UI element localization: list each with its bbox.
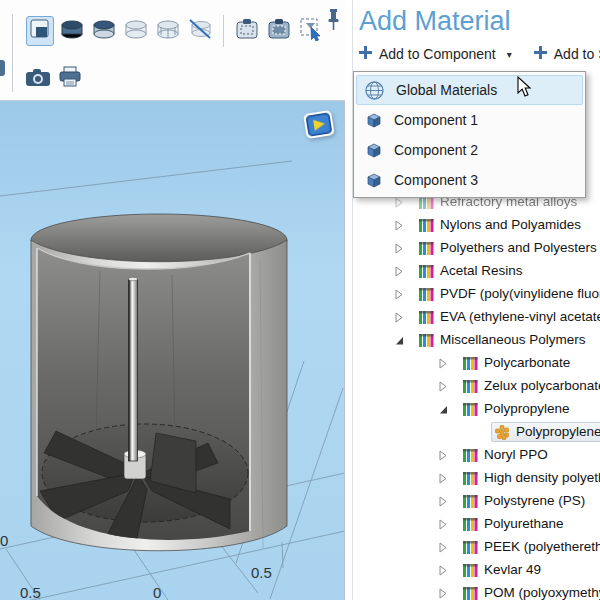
- collapse-toggle-icon[interactable]: [437, 493, 451, 509]
- tree-row[interactable]: Polystyrene (PS): [353, 489, 600, 512]
- pin-icon[interactable]: [327, 8, 340, 36]
- menu-item-label: Global Materials: [396, 82, 497, 98]
- tree-row-label: Polypropylene: [516, 424, 600, 439]
- image-dashed-icon: [235, 18, 259, 44]
- menu-item-component-3[interactable]: Component 3: [356, 165, 583, 195]
- image-export-button[interactable]: [265, 16, 293, 46]
- cylinder-half-icon: [92, 19, 116, 43]
- material-group-icon: [418, 240, 434, 256]
- tree-row[interactable]: Polypropylene: [353, 397, 600, 420]
- graphics-view[interactable]: 00.500.5: [0, 100, 345, 600]
- tree-row[interactable]: EVA (ethylene-vinyl acetate): [353, 305, 600, 328]
- cylinder-slash-icon: [188, 18, 212, 44]
- tree-row-label: Kevlar 49: [484, 562, 541, 577]
- collapse-toggle-icon[interactable]: [437, 355, 451, 371]
- tree-row-label: PVDF (poly(vinylidene fluoride)): [440, 286, 600, 301]
- cylinder-dark-icon: [60, 19, 84, 43]
- mouse-cursor-icon: [517, 76, 534, 103]
- 3d-mixer-model[interactable]: [0, 101, 345, 600]
- toolbar-separator: [223, 15, 224, 47]
- collapse-toggle-icon[interactable]: [393, 263, 407, 279]
- tree-row-label: EVA (ethylene-vinyl acetate): [440, 309, 600, 324]
- tree-row[interactable]: Polyurethane: [353, 512, 600, 535]
- add-to-selection-button[interactable]: Add to Selection: [534, 46, 600, 62]
- tree-row-label: High density polyethylene: [484, 470, 600, 485]
- tree-row-label: Zelux polycarbonate: [484, 378, 600, 393]
- toolbar-row-2: [24, 64, 84, 94]
- add-to-component-button[interactable]: Add to Component▾: [359, 46, 512, 62]
- menu-item-label: Component 2: [394, 142, 478, 158]
- tree-row[interactable]: Acetal Resins: [353, 259, 600, 282]
- component-dropdown-menu: Global MaterialsComponent 1Component 2Co…: [353, 71, 586, 198]
- collapse-toggle-icon[interactable]: [437, 562, 451, 578]
- menu-item-component-2[interactable]: Component 2: [356, 135, 583, 165]
- tree-row[interactable]: Noryl PPO: [353, 443, 600, 466]
- tree-row-label: Nylons and Polyamides: [440, 217, 581, 232]
- component-cube-icon: [365, 112, 382, 129]
- collapse-toggle-icon[interactable]: [393, 332, 407, 348]
- collapse-toggle-icon[interactable]: [437, 470, 451, 486]
- material-group-icon: [418, 309, 434, 325]
- material-group-icon: [462, 539, 478, 555]
- render-shaded-button[interactable]: [90, 16, 118, 46]
- collapse-toggle-icon[interactable]: [393, 217, 407, 233]
- material-group-icon: [462, 562, 478, 578]
- menu-item-label: Component 3: [394, 172, 478, 188]
- zoom-box-button[interactable]: [233, 16, 261, 46]
- tree-row[interactable]: POM (polyoxymethylene): [353, 581, 600, 600]
- material-group-icon: [462, 447, 478, 463]
- render-none-button[interactable]: [186, 16, 214, 46]
- tree-row[interactable]: Miscellaneous Polymers: [353, 328, 600, 351]
- print-button[interactable]: [56, 64, 84, 94]
- render-wireframe-button[interactable]: [122, 16, 150, 46]
- axis-tick-label: 0.5: [20, 584, 41, 600]
- tree-row[interactable]: Nylons and Polyamides: [353, 213, 600, 236]
- menu-item-global-materials[interactable]: Global Materials: [356, 75, 583, 105]
- collapse-toggle-icon[interactable]: [437, 378, 451, 394]
- camera-icon: [25, 67, 51, 91]
- material-group-icon: [462, 493, 478, 509]
- tree-row[interactable]: Polypropylene: [353, 420, 600, 443]
- render-solid-button[interactable]: [58, 16, 86, 46]
- material-group-icon: [418, 332, 434, 348]
- cylinder-wire-icon: [156, 19, 180, 43]
- menu-item-component-1[interactable]: Component 1: [356, 105, 583, 135]
- collapse-toggle-icon[interactable]: [437, 539, 451, 555]
- material-tree: Refractory metal alloysNylons and Polyam…: [353, 190, 600, 600]
- action-button-row: Add to Component▾Add to Selection: [359, 46, 600, 62]
- tree-row-label: Noryl PPO: [484, 447, 548, 462]
- tree-row[interactable]: PEEK (polyetheretherketone): [353, 535, 600, 558]
- component-cube-icon: [365, 172, 382, 189]
- collapse-toggle-icon[interactable]: [437, 516, 451, 532]
- clipped-toolbar-icon: [0, 60, 5, 76]
- collapse-toggle-icon[interactable]: [393, 240, 407, 256]
- toolbar-row-1: [26, 15, 325, 47]
- material-icon: [494, 424, 510, 440]
- axis-tick-label: 0: [0, 532, 8, 549]
- tree-row[interactable]: Kevlar 49: [353, 558, 600, 581]
- render-edges-button[interactable]: [154, 16, 182, 46]
- globe-icon: [365, 81, 384, 100]
- tree-row[interactable]: Zelux polycarbonate: [353, 374, 600, 397]
- collapse-toggle-icon[interactable]: [393, 309, 407, 325]
- tree-row-label: POM (polyoxymethylene): [484, 585, 600, 600]
- impeller-shaft: [129, 279, 138, 461]
- collapse-toggle-icon[interactable]: [437, 401, 451, 417]
- tree-row-label: Polypropylene: [484, 401, 570, 416]
- tree-row[interactable]: High density polyethylene: [353, 466, 600, 489]
- material-group-icon: [418, 286, 434, 302]
- collapse-toggle-icon[interactable]: [393, 286, 407, 302]
- tree-row[interactable]: PVDF (poly(vinylidene fluoride)): [353, 282, 600, 305]
- tree-row[interactable]: Polyethers and Polyesters: [353, 236, 600, 259]
- go-to-default-view-button[interactable]: [26, 16, 54, 46]
- tree-row-label: Miscellaneous Polymers: [440, 332, 586, 347]
- view-default-icon: [29, 18, 51, 44]
- collapse-toggle-icon[interactable]: [437, 585, 451, 600]
- collapse-toggle-icon[interactable]: [437, 447, 451, 463]
- snapshot-button[interactable]: [24, 64, 52, 94]
- material-group-icon: [462, 401, 478, 417]
- page-title: Add Material: [359, 6, 511, 37]
- button-label: Add to Selection: [554, 46, 600, 62]
- chevron-down-icon[interactable]: [306, 16, 316, 34]
- tree-row[interactable]: Polycarbonate: [353, 351, 600, 374]
